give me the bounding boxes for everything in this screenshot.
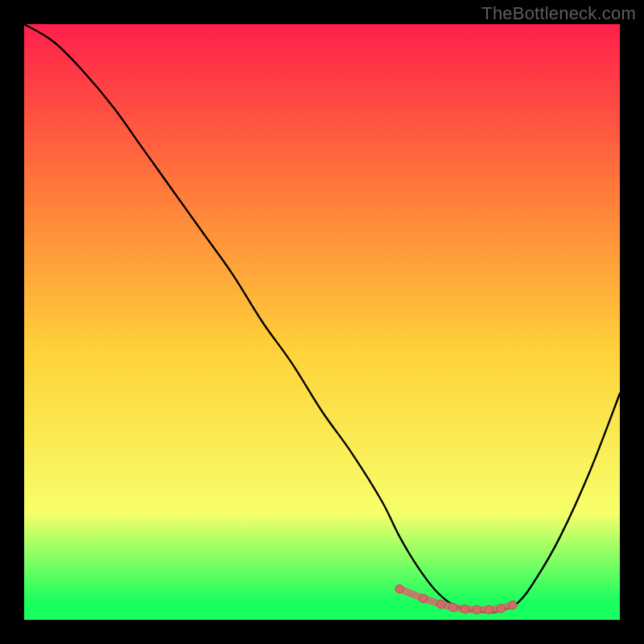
- optimal-point: [395, 584, 403, 592]
- chart-frame: TheBottleneck.com: [0, 0, 644, 644]
- optimal-point: [509, 601, 517, 609]
- optimal-point: [497, 605, 505, 613]
- optimal-point: [473, 605, 481, 613]
- optimal-point: [449, 603, 457, 611]
- plot-area: [24, 24, 620, 620]
- optimal-point: [419, 594, 427, 602]
- optimal-point: [485, 605, 493, 613]
- optimal-point: [460, 605, 469, 613]
- gradient-background: [24, 24, 620, 620]
- bottleneck-chart: [24, 24, 620, 620]
- watermark-text: TheBottleneck.com: [481, 3, 636, 24]
- optimal-point: [437, 601, 445, 609]
